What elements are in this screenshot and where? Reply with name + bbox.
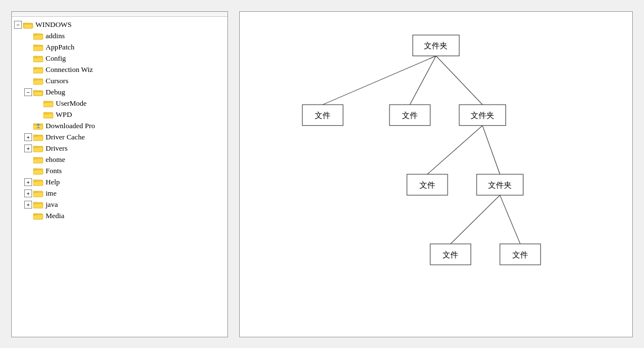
tree-diagram: 文件夹文件文件文件夹文件文件夹文件文件 [240, 12, 632, 337]
right-panel: 文件夹文件文件文件夹文件文件夹文件文件 [239, 11, 633, 337]
folder-icon [33, 77, 43, 85]
tree-item-config[interactable]: Config [12, 53, 227, 64]
svg-rect-42 [33, 169, 37, 170]
collapse-icon[interactable]: − [24, 88, 32, 96]
expand-icon[interactable]: + [24, 189, 32, 197]
tree-node-file5: 文件 [500, 244, 540, 265]
node-label: 文件夹 [424, 41, 448, 50]
expand-placeholder [24, 167, 32, 175]
tree-connection [482, 125, 500, 174]
svg-rect-45 [33, 180, 37, 182]
svg-rect-26 [43, 112, 47, 114]
expand-placeholder [24, 212, 32, 220]
item-label: Drivers [46, 144, 68, 153]
tree-item-cursors[interactable]: Cursors [12, 75, 227, 87]
svg-rect-48 [33, 191, 37, 193]
folder-icon [33, 178, 43, 186]
node-label: 文件夹 [471, 111, 494, 120]
folder-icon [33, 201, 43, 209]
item-label: Config [46, 54, 66, 63]
node-label: 文件 [512, 250, 528, 259]
folder-icon [33, 133, 43, 141]
node-label: 文件 [419, 180, 435, 189]
expand-placeholder [34, 111, 42, 119]
item-label: Debug [46, 88, 65, 97]
expand-placeholder [24, 77, 32, 85]
tree-item-connectionwiz[interactable]: Connection Wiz [12, 64, 227, 75]
collapse-icon[interactable]: − [14, 21, 22, 29]
tree-item-debug[interactable]: − Debug [12, 87, 227, 98]
expand-icon[interactable]: + [24, 178, 32, 186]
tree-connection [410, 56, 436, 105]
expand-placeholder [34, 100, 42, 107]
folder-icon [33, 88, 43, 96]
item-label: WPD [56, 110, 72, 119]
tree-connection [436, 56, 483, 105]
tree-item-windows[interactable]: − WINDOWS [12, 19, 227, 30]
svg-rect-33 [33, 135, 37, 137]
item-label: AppPatch [46, 43, 74, 52]
tree-item-usermode[interactable]: UserMode [12, 98, 227, 109]
expand-placeholder [24, 55, 32, 62]
tree-item-media[interactable]: Media [12, 210, 227, 222]
tree-item-addins[interactable]: addins [12, 30, 227, 42]
tree-item-ehome[interactable]: ehome [12, 154, 227, 165]
folder-icon [33, 156, 43, 164]
folder-icon [33, 144, 43, 152]
item-label: Driver Cache [46, 133, 85, 142]
node-label: 文件 [442, 250, 458, 259]
tree-node-folder1: 文件夹 [459, 105, 506, 125]
folder-icon [33, 66, 43, 74]
folder-icon [43, 100, 53, 107]
tree-item-help[interactable]: + Help [12, 177, 227, 188]
tree-connection [500, 195, 520, 244]
expand-icon[interactable]: + [24, 144, 32, 152]
tree-item-wpd[interactable]: WPD [12, 109, 227, 120]
expand-placeholder [24, 32, 32, 40]
svg-rect-51 [33, 202, 37, 204]
svg-rect-36 [33, 146, 37, 148]
svg-point-30 [37, 124, 39, 126]
node-label: 文件夹 [488, 180, 512, 189]
tree-node-root: 文件夹 [413, 35, 459, 56]
tree-container[interactable]: − WINDOWS addins AppPatch Config Connect… [12, 17, 227, 337]
svg-rect-23 [43, 101, 47, 103]
expand-placeholder [24, 122, 32, 130]
tree-node-file2: 文件 [390, 105, 430, 125]
folder-icon [33, 167, 43, 175]
tree-item-downloadedpro[interactable]: Downloaded Pro [12, 120, 227, 132]
item-label: Downloaded Pro [46, 121, 95, 130]
svg-rect-14 [33, 67, 37, 69]
node-label: 文件 [315, 111, 330, 120]
item-label: addins [46, 31, 65, 40]
tree-item-ime[interactable]: + ime [12, 188, 227, 199]
svg-rect-5 [33, 34, 37, 35]
item-label: ime [46, 189, 57, 198]
tree-item-fonts[interactable]: Fonts [12, 165, 227, 177]
svg-rect-17 [33, 79, 37, 80]
tree-item-java[interactable]: + java [12, 199, 227, 210]
svg-rect-54 [33, 214, 37, 215]
folder-icon [33, 43, 43, 51]
svg-rect-11 [33, 56, 37, 58]
tree-connection [427, 125, 482, 174]
item-label: Help [46, 178, 60, 187]
folder-icon [43, 111, 53, 119]
item-label: WINDOWS [35, 20, 71, 29]
folder-icon [33, 122, 43, 130]
tree-connection [323, 56, 436, 105]
svg-rect-8 [33, 45, 37, 47]
tree-item-drivers[interactable]: + Drivers [12, 143, 227, 154]
tree-item-apppatch[interactable]: AppPatch [12, 42, 227, 53]
folder-icon [23, 21, 33, 29]
expand-icon[interactable]: + [24, 133, 32, 141]
expand-icon[interactable]: + [24, 201, 32, 209]
item-label: Cursors [46, 76, 68, 85]
folder-icon [33, 189, 43, 197]
tree-node-file4: 文件 [430, 244, 471, 265]
left-panel: − WINDOWS addins AppPatch Config Connect… [11, 11, 228, 337]
node-label: 文件 [402, 111, 418, 120]
tree-item-drivercache[interactable]: + Driver Cache [12, 132, 227, 143]
item-label: Connection Wiz [46, 65, 93, 74]
panel-header [12, 12, 227, 17]
